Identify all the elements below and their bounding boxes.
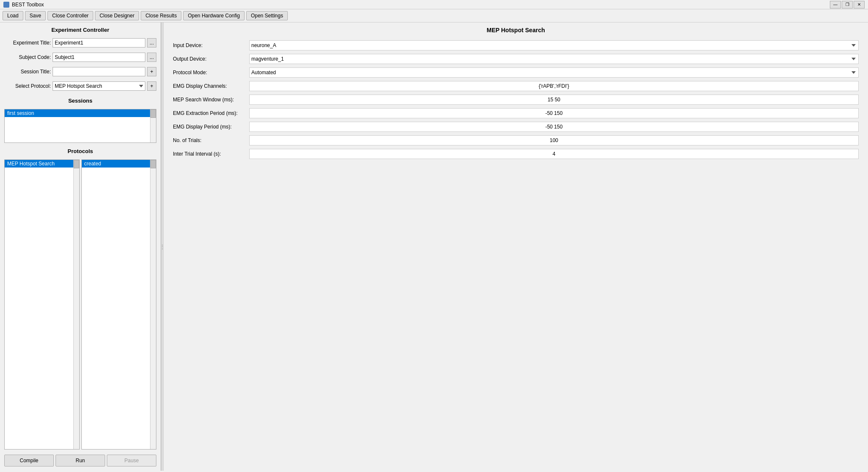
subject-code-label: Subject Code: — [4, 54, 51, 60]
run-button[interactable]: Run — [56, 455, 105, 466]
subject-code-row: Subject Code: ... — [4, 53, 156, 62]
sessions-scrollbar — [150, 109, 156, 142]
sessions-scrollbar-thumb — [150, 109, 156, 118]
left-panel: Experiment Controller Experiment Title: … — [0, 22, 161, 471]
protocol-mode-cell: Automated — [247, 66, 861, 79]
emg-display-period-cell — [247, 120, 861, 134]
emg-extraction-period-row: EMG Extraction Period (ms): — [170, 106, 861, 120]
plus-icon-2: + — [150, 83, 153, 89]
session-title-input[interactable] — [53, 67, 145, 76]
no-of-trials-cell — [247, 134, 861, 147]
protocol-mode-select[interactable]: Automated — [249, 67, 859, 78]
emg-display-period-row: EMG Display Period (ms): — [170, 120, 861, 134]
experiment-title-row: Experiment Title: ... — [4, 38, 156, 47]
right-panel: MEP Hotspot Search Input Device: neurone… — [164, 22, 868, 471]
mep-search-window-row: MEP Search Window (ms): — [170, 93, 861, 106]
protocol-item-mep[interactable]: MEP Hotspot Search — [5, 160, 79, 168]
title-bar-left: BEST Toolbox — [3, 2, 44, 8]
subject-code-input[interactable] — [53, 53, 145, 62]
emg-display-channels-input[interactable] — [249, 81, 859, 91]
sessions-list-inner: first session — [5, 109, 150, 117]
protocol-status-created[interactable]: created — [82, 160, 156, 168]
session-title-add-button[interactable]: + — [147, 67, 156, 76]
mep-search-window-cell — [247, 93, 861, 106]
emg-display-channels-label: EMG Display Channels: — [170, 79, 247, 93]
pause-button[interactable]: Pause — [107, 455, 156, 466]
emg-extraction-period-input[interactable] — [249, 108, 859, 118]
emg-display-period-label: EMG Display Period (ms): — [170, 120, 247, 134]
inter-trial-interval-input[interactable] — [249, 149, 859, 159]
close-button[interactable]: ✕ — [854, 1, 865, 8]
minimize-button[interactable]: — — [830, 1, 841, 8]
select-protocol-label: Select Protocol: — [4, 83, 51, 89]
bottom-buttons: Compile Run Pause — [4, 455, 156, 466]
emg-display-channels-row: EMG Display Channels: — [170, 79, 861, 93]
protocols-section-label: Protocols — [4, 148, 156, 154]
experiment-title-input[interactable] — [53, 38, 145, 47]
emg-display-period-input[interactable] — [249, 122, 859, 132]
mep-hotspot-title: MEP Hotspot Search — [170, 27, 861, 34]
emg-display-channels-cell — [247, 79, 861, 93]
protocol-scrollbar-thumb — [74, 160, 79, 168]
mep-search-window-input[interactable] — [249, 95, 859, 105]
protocol-list: MEP Hotspot Search — [4, 159, 80, 450]
inter-trial-interval-label: Inter Trial Interval (s): — [170, 147, 247, 161]
output-device-cell: magventure_1 — [247, 52, 861, 66]
experiment-controller-title: Experiment Controller — [4, 27, 156, 33]
protocols-section: MEP Hotspot Search created — [4, 159, 156, 450]
input-device-select[interactable]: neurone_A — [249, 40, 859, 50]
mep-search-window-label: MEP Search Window (ms): — [170, 93, 247, 106]
input-device-cell: neurone_A — [247, 39, 861, 52]
output-device-select[interactable]: magventure_1 — [249, 54, 859, 64]
emg-extraction-period-cell — [247, 106, 861, 120]
protocol-status-scrollbar-thumb — [150, 160, 156, 168]
load-button[interactable]: Load — [3, 11, 23, 20]
ellipsis-icon: ... — [150, 40, 154, 46]
close-designer-button[interactable]: Close Designer — [95, 11, 139, 20]
close-icon: ✕ — [857, 2, 861, 7]
protocol-mode-row: Protocol Mode: Automated — [170, 66, 861, 79]
no-of-trials-row: No. of Trials: — [170, 134, 861, 147]
open-settings-button[interactable]: Open Settings — [246, 11, 288, 20]
experiment-title-browse-button[interactable]: ... — [147, 38, 156, 47]
toolbar: Load Save Close Controller Close Designe… — [0, 9, 868, 22]
protocol-status-list: created — [81, 159, 157, 450]
inter-trial-interval-row: Inter Trial Interval (s): — [170, 147, 861, 161]
input-device-label: Input Device: — [170, 39, 247, 52]
add-protocol-button[interactable]: + — [147, 81, 156, 91]
output-device-row: Output Device: magventure_1 — [170, 52, 861, 66]
output-device-label: Output Device: — [170, 52, 247, 66]
config-table: Input Device: neurone_A Output Device: m… — [170, 39, 861, 161]
title-bar: BEST Toolbox — ❐ ✕ — [0, 0, 868, 9]
restore-button[interactable]: ❐ — [842, 1, 853, 8]
session-title-row: Session Title: + — [4, 67, 156, 76]
inter-trial-interval-cell — [247, 147, 861, 161]
select-protocol-container: MEP Hotspot Search + — [53, 81, 156, 91]
compile-button[interactable]: Compile — [4, 455, 54, 466]
minimize-icon: — — [833, 2, 837, 7]
input-device-row: Input Device: neurone_A — [170, 39, 861, 52]
no-of-trials-input[interactable] — [249, 135, 859, 145]
session-item-first[interactable]: first session — [5, 109, 150, 117]
subject-code-browse-button[interactable]: ... — [147, 53, 156, 62]
sessions-list: first session — [4, 109, 156, 143]
ellipsis-icon-2: ... — [150, 54, 154, 60]
select-protocol-row: Select Protocol: MEP Hotspot Search + — [4, 81, 156, 91]
select-protocol-dropdown[interactable]: MEP Hotspot Search — [53, 81, 145, 91]
close-results-button[interactable]: Close Results — [141, 11, 181, 20]
protocol-list-scrollbar — [73, 160, 79, 449]
session-title-label: Session Title: — [4, 69, 51, 75]
main-content: Experiment Controller Experiment Title: … — [0, 22, 868, 471]
protocol-status-scrollbar — [150, 160, 156, 449]
experiment-title-label: Experiment Title: — [4, 40, 51, 46]
close-controller-button[interactable]: Close Controller — [47, 11, 93, 20]
title-bar-controls: — ❐ ✕ — [830, 1, 865, 8]
no-of-trials-label: No. of Trials: — [170, 134, 247, 147]
save-button[interactable]: Save — [25, 11, 46, 20]
sessions-section-label: Sessions — [4, 98, 156, 104]
app-title: BEST Toolbox — [12, 2, 44, 8]
emg-extraction-period-label: EMG Extraction Period (ms): — [170, 106, 247, 120]
plus-icon: + — [150, 69, 153, 75]
protocol-mode-label: Protocol Mode: — [170, 66, 247, 79]
open-hardware-config-button[interactable]: Open Hardware Config — [183, 11, 245, 20]
